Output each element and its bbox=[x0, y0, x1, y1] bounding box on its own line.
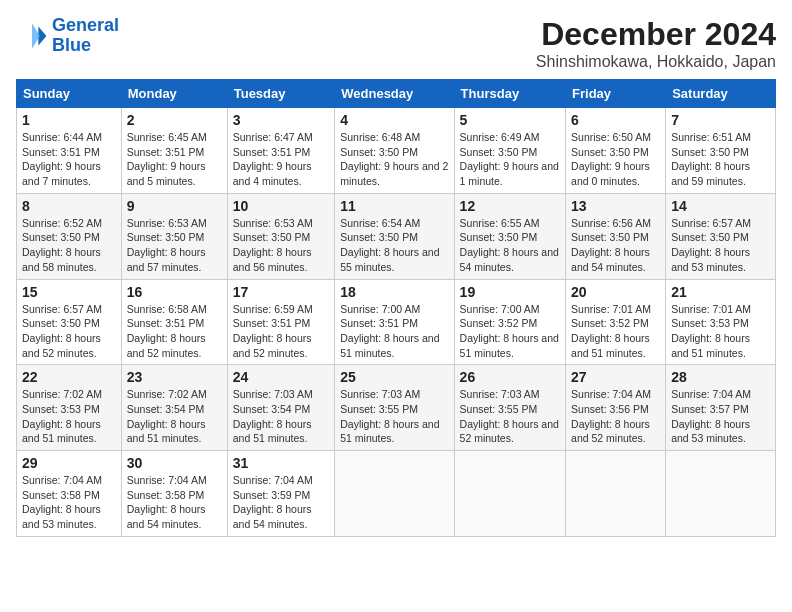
calendar-cell bbox=[666, 451, 776, 537]
calendar-cell: 30Sunrise: 7:04 AMSunset: 3:58 PMDayligh… bbox=[121, 451, 227, 537]
day-info: Sunrise: 7:04 AMSunset: 3:58 PMDaylight:… bbox=[22, 473, 116, 532]
day-number: 26 bbox=[460, 369, 560, 385]
calendar-cell: 15Sunrise: 6:57 AMSunset: 3:50 PMDayligh… bbox=[17, 279, 122, 365]
day-info: Sunrise: 6:51 AMSunset: 3:50 PMDaylight:… bbox=[671, 130, 770, 189]
calendar-cell: 16Sunrise: 6:58 AMSunset: 3:51 PMDayligh… bbox=[121, 279, 227, 365]
calendar-cell: 24Sunrise: 7:03 AMSunset: 3:54 PMDayligh… bbox=[227, 365, 335, 451]
col-saturday: Saturday bbox=[666, 80, 776, 108]
logo: General Blue bbox=[16, 16, 119, 56]
calendar-week-row: 1Sunrise: 6:44 AMSunset: 3:51 PMDaylight… bbox=[17, 108, 776, 194]
day-info: Sunrise: 6:55 AMSunset: 3:50 PMDaylight:… bbox=[460, 216, 560, 275]
day-number: 1 bbox=[22, 112, 116, 128]
calendar-week-row: 22Sunrise: 7:02 AMSunset: 3:53 PMDayligh… bbox=[17, 365, 776, 451]
day-info: Sunrise: 6:52 AMSunset: 3:50 PMDaylight:… bbox=[22, 216, 116, 275]
calendar-cell: 29Sunrise: 7:04 AMSunset: 3:58 PMDayligh… bbox=[17, 451, 122, 537]
day-info: Sunrise: 6:57 AMSunset: 3:50 PMDaylight:… bbox=[22, 302, 116, 361]
calendar-table: Sunday Monday Tuesday Wednesday Thursday… bbox=[16, 79, 776, 537]
day-number: 29 bbox=[22, 455, 116, 471]
calendar-cell: 19Sunrise: 7:00 AMSunset: 3:52 PMDayligh… bbox=[454, 279, 565, 365]
day-number: 13 bbox=[571, 198, 660, 214]
calendar-cell: 18Sunrise: 7:00 AMSunset: 3:51 PMDayligh… bbox=[335, 279, 454, 365]
page-title: December 2024 bbox=[536, 16, 776, 53]
day-info: Sunrise: 7:01 AMSunset: 3:53 PMDaylight:… bbox=[671, 302, 770, 361]
day-info: Sunrise: 7:03 AMSunset: 3:54 PMDaylight:… bbox=[233, 387, 330, 446]
day-number: 8 bbox=[22, 198, 116, 214]
day-number: 20 bbox=[571, 284, 660, 300]
day-number: 9 bbox=[127, 198, 222, 214]
page-header: General Blue December 2024 Shinshimokawa… bbox=[16, 16, 776, 71]
calendar-cell: 1Sunrise: 6:44 AMSunset: 3:51 PMDaylight… bbox=[17, 108, 122, 194]
calendar-week-row: 8Sunrise: 6:52 AMSunset: 3:50 PMDaylight… bbox=[17, 193, 776, 279]
day-number: 30 bbox=[127, 455, 222, 471]
day-number: 14 bbox=[671, 198, 770, 214]
day-number: 10 bbox=[233, 198, 330, 214]
day-info: Sunrise: 6:54 AMSunset: 3:50 PMDaylight:… bbox=[340, 216, 448, 275]
day-number: 3 bbox=[233, 112, 330, 128]
page-subtitle: Shinshimokawa, Hokkaido, Japan bbox=[536, 53, 776, 71]
calendar-cell: 7Sunrise: 6:51 AMSunset: 3:50 PMDaylight… bbox=[666, 108, 776, 194]
calendar-header-row: Sunday Monday Tuesday Wednesday Thursday… bbox=[17, 80, 776, 108]
day-number: 5 bbox=[460, 112, 560, 128]
calendar-cell: 6Sunrise: 6:50 AMSunset: 3:50 PMDaylight… bbox=[566, 108, 666, 194]
day-number: 19 bbox=[460, 284, 560, 300]
day-number: 16 bbox=[127, 284, 222, 300]
col-friday: Friday bbox=[566, 80, 666, 108]
day-info: Sunrise: 6:56 AMSunset: 3:50 PMDaylight:… bbox=[571, 216, 660, 275]
day-info: Sunrise: 7:04 AMSunset: 3:57 PMDaylight:… bbox=[671, 387, 770, 446]
calendar-week-row: 29Sunrise: 7:04 AMSunset: 3:58 PMDayligh… bbox=[17, 451, 776, 537]
col-wednesday: Wednesday bbox=[335, 80, 454, 108]
day-number: 28 bbox=[671, 369, 770, 385]
day-number: 7 bbox=[671, 112, 770, 128]
calendar-week-row: 15Sunrise: 6:57 AMSunset: 3:50 PMDayligh… bbox=[17, 279, 776, 365]
day-number: 27 bbox=[571, 369, 660, 385]
calendar-cell: 22Sunrise: 7:02 AMSunset: 3:53 PMDayligh… bbox=[17, 365, 122, 451]
calendar-cell: 27Sunrise: 7:04 AMSunset: 3:56 PMDayligh… bbox=[566, 365, 666, 451]
calendar-cell: 20Sunrise: 7:01 AMSunset: 3:52 PMDayligh… bbox=[566, 279, 666, 365]
calendar-cell: 25Sunrise: 7:03 AMSunset: 3:55 PMDayligh… bbox=[335, 365, 454, 451]
col-monday: Monday bbox=[121, 80, 227, 108]
calendar-cell bbox=[454, 451, 565, 537]
day-number: 24 bbox=[233, 369, 330, 385]
calendar-cell: 9Sunrise: 6:53 AMSunset: 3:50 PMDaylight… bbox=[121, 193, 227, 279]
logo-text: General Blue bbox=[52, 16, 119, 56]
calendar-cell: 2Sunrise: 6:45 AMSunset: 3:51 PMDaylight… bbox=[121, 108, 227, 194]
day-info: Sunrise: 6:48 AMSunset: 3:50 PMDaylight:… bbox=[340, 130, 448, 189]
day-info: Sunrise: 7:00 AMSunset: 3:52 PMDaylight:… bbox=[460, 302, 560, 361]
calendar-cell: 12Sunrise: 6:55 AMSunset: 3:50 PMDayligh… bbox=[454, 193, 565, 279]
day-info: Sunrise: 6:50 AMSunset: 3:50 PMDaylight:… bbox=[571, 130, 660, 189]
calendar-cell: 17Sunrise: 6:59 AMSunset: 3:51 PMDayligh… bbox=[227, 279, 335, 365]
day-info: Sunrise: 7:04 AMSunset: 3:59 PMDaylight:… bbox=[233, 473, 330, 532]
day-info: Sunrise: 6:59 AMSunset: 3:51 PMDaylight:… bbox=[233, 302, 330, 361]
calendar-cell: 8Sunrise: 6:52 AMSunset: 3:50 PMDaylight… bbox=[17, 193, 122, 279]
calendar-cell: 26Sunrise: 7:03 AMSunset: 3:55 PMDayligh… bbox=[454, 365, 565, 451]
calendar-cell: 14Sunrise: 6:57 AMSunset: 3:50 PMDayligh… bbox=[666, 193, 776, 279]
calendar-cell: 13Sunrise: 6:56 AMSunset: 3:50 PMDayligh… bbox=[566, 193, 666, 279]
day-info: Sunrise: 6:58 AMSunset: 3:51 PMDaylight:… bbox=[127, 302, 222, 361]
day-info: Sunrise: 6:49 AMSunset: 3:50 PMDaylight:… bbox=[460, 130, 560, 189]
day-number: 18 bbox=[340, 284, 448, 300]
day-info: Sunrise: 7:03 AMSunset: 3:55 PMDaylight:… bbox=[460, 387, 560, 446]
day-info: Sunrise: 7:02 AMSunset: 3:54 PMDaylight:… bbox=[127, 387, 222, 446]
calendar-cell: 31Sunrise: 7:04 AMSunset: 3:59 PMDayligh… bbox=[227, 451, 335, 537]
day-number: 2 bbox=[127, 112, 222, 128]
col-tuesday: Tuesday bbox=[227, 80, 335, 108]
day-number: 4 bbox=[340, 112, 448, 128]
calendar-cell: 28Sunrise: 7:04 AMSunset: 3:57 PMDayligh… bbox=[666, 365, 776, 451]
col-sunday: Sunday bbox=[17, 80, 122, 108]
day-number: 12 bbox=[460, 198, 560, 214]
logo-line2: Blue bbox=[52, 35, 91, 55]
day-info: Sunrise: 6:57 AMSunset: 3:50 PMDaylight:… bbox=[671, 216, 770, 275]
calendar-cell: 3Sunrise: 6:47 AMSunset: 3:51 PMDaylight… bbox=[227, 108, 335, 194]
calendar-cell: 21Sunrise: 7:01 AMSunset: 3:53 PMDayligh… bbox=[666, 279, 776, 365]
day-number: 17 bbox=[233, 284, 330, 300]
day-info: Sunrise: 7:04 AMSunset: 3:56 PMDaylight:… bbox=[571, 387, 660, 446]
calendar-cell bbox=[566, 451, 666, 537]
calendar-cell: 11Sunrise: 6:54 AMSunset: 3:50 PMDayligh… bbox=[335, 193, 454, 279]
day-number: 11 bbox=[340, 198, 448, 214]
day-number: 6 bbox=[571, 112, 660, 128]
day-info: Sunrise: 6:44 AMSunset: 3:51 PMDaylight:… bbox=[22, 130, 116, 189]
day-info: Sunrise: 7:04 AMSunset: 3:58 PMDaylight:… bbox=[127, 473, 222, 532]
calendar-cell bbox=[335, 451, 454, 537]
day-info: Sunrise: 7:01 AMSunset: 3:52 PMDaylight:… bbox=[571, 302, 660, 361]
day-info: Sunrise: 7:03 AMSunset: 3:55 PMDaylight:… bbox=[340, 387, 448, 446]
